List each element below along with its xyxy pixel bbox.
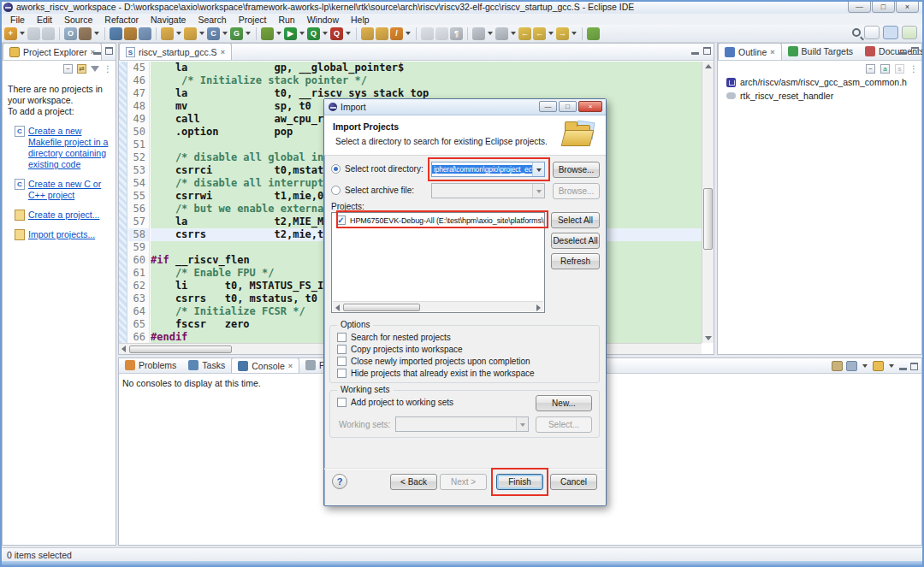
view-menu-icon[interactable]: ⋮	[909, 65, 918, 74]
collapse-all-icon[interactable]: −	[866, 64, 875, 74]
new-wizard-button-dropdown-icon[interactable]	[20, 32, 25, 35]
select-archive-file-radio[interactable]	[331, 186, 341, 195]
coverage-button-dropdown-icon[interactable]	[346, 32, 351, 35]
forward-button[interactable]: →	[556, 27, 569, 40]
tab-problems[interactable]: Problems	[119, 357, 182, 373]
debug-button[interactable]	[261, 27, 274, 40]
next-annotation-button[interactable]	[495, 27, 508, 40]
view-menu-icon[interactable]: ⋮	[104, 65, 112, 74]
close-icon[interactable]: ×	[770, 48, 774, 56]
next-annotation-button-dropdown-icon[interactable]	[511, 32, 516, 35]
new-cpp-class-button[interactable]	[184, 27, 197, 40]
project-checkbox[interactable]: ✓	[336, 216, 346, 225]
link-label[interactable]: Import projects...	[28, 229, 110, 240]
coverage-button[interactable]: Q	[330, 27, 343, 40]
tab-tasks[interactable]: Tasks	[182, 357, 231, 373]
tab-editor-file[interactable]: S riscv_startup_gcc.S ×	[119, 43, 232, 60]
new-c-project-button[interactable]: C	[207, 27, 220, 40]
sort-alpha-icon[interactable]: a	[880, 64, 890, 74]
dialog-maximize-button[interactable]: □	[559, 101, 577, 112]
import-projects-link[interactable]: Import projects...	[15, 229, 114, 240]
projects-list-hscrollbar[interactable]	[333, 301, 543, 311]
display-console-dropdown-icon[interactable]	[862, 364, 868, 368]
project-list-item[interactable]: ✓ HPM6750EVK-Debug-All (E:\test\hpm\axio…	[332, 213, 544, 225]
debug-button-dropdown-icon[interactable]	[276, 32, 281, 35]
option-checkbox-1[interactable]	[337, 345, 346, 354]
collapse-all-icon[interactable]: −	[63, 64, 73, 74]
option-checkbox-0[interactable]	[337, 333, 346, 342]
build-button-dropdown-icon[interactable]	[94, 32, 99, 35]
minimize-view-icon[interactable]	[691, 47, 699, 55]
menu-search[interactable]: Search	[192, 15, 231, 25]
refresh-button[interactable]: Refresh	[551, 253, 600, 269]
cpp-perspective-button[interactable]	[883, 26, 898, 39]
menu-source[interactable]: Source	[59, 15, 98, 25]
menu-refactor[interactable]: Refactor	[99, 15, 144, 25]
link-label[interactable]: Create a new Makefile project in a direc…	[28, 126, 110, 170]
build-button[interactable]	[79, 27, 92, 40]
outline-item-function[interactable]: rtk_riscv_reset_handler	[718, 89, 921, 103]
new-wizard-button[interactable]: +	[4, 27, 17, 40]
help-button[interactable]: ?	[332, 474, 347, 489]
new-cpp-class-button-dropdown-icon[interactable]	[199, 32, 204, 35]
open-element-button[interactable]	[361, 27, 374, 40]
console-view-button[interactable]	[110, 27, 122, 40]
cancel-button[interactable]: Cancel	[550, 474, 597, 490]
option-checkbox-2[interactable]	[337, 357, 346, 366]
maximize-view-icon[interactable]	[105, 47, 113, 55]
pin-editor-button[interactable]	[587, 27, 600, 40]
link-label[interactable]: Create a project...	[28, 210, 110, 221]
window-close-button[interactable]: ×	[896, 1, 919, 13]
minimize-view-icon[interactable]	[899, 363, 907, 370]
search-button-dropdown-icon[interactable]	[406, 32, 411, 35]
back-button[interactable]: < Back	[390, 474, 437, 490]
create-makefile-project-link[interactable]: CCreate a new Makefile project in a dire…	[15, 126, 114, 170]
menu-help[interactable]: Help	[346, 15, 375, 25]
tab-outline[interactable]: Outline×	[718, 43, 782, 60]
open-console-icon[interactable]	[832, 361, 843, 371]
option-checkbox-3[interactable]	[337, 369, 346, 378]
maximize-view-icon[interactable]	[910, 363, 918, 370]
add-working-sets-checkbox[interactable]	[337, 398, 346, 407]
menu-run[interactable]: Run	[273, 15, 299, 25]
run-button[interactable]: ▶	[284, 27, 297, 40]
close-icon[interactable]: ×	[288, 362, 293, 370]
forward-button-dropdown-icon[interactable]	[572, 32, 577, 35]
chevron-down-icon[interactable]	[532, 162, 544, 176]
profile-button-dropdown-icon[interactable]	[323, 32, 328, 35]
finish-button[interactable]: Finish	[496, 474, 543, 490]
annotation-nav-button-dropdown-icon[interactable]	[488, 32, 493, 35]
create-project-link[interactable]: Create a project...	[15, 210, 114, 221]
menu-file[interactable]: File	[5, 15, 30, 25]
new-console-icon[interactable]	[873, 361, 884, 371]
hide-static-icon[interactable]: s	[895, 64, 904, 74]
dialog-close-button[interactable]: ×	[578, 101, 602, 112]
annotation-nav-button[interactable]	[472, 27, 485, 40]
tab-build-targets[interactable]: Build Targets	[782, 43, 860, 60]
make-target-button[interactable]: G	[230, 27, 243, 40]
open-resource-button[interactable]	[376, 27, 388, 40]
root-directory-combo[interactable]: ipheral\common\gpio\project_eclipse	[431, 162, 545, 177]
display-console-icon[interactable]	[846, 361, 857, 371]
new-c-source-button[interactable]	[161, 27, 174, 40]
maximize-view-icon[interactable]	[911, 47, 919, 55]
minimize-view-icon[interactable]	[93, 47, 101, 55]
make-target-button-dropdown-icon[interactable]	[246, 32, 251, 35]
search-view-button[interactable]	[139, 27, 151, 40]
select-root-directory-radio[interactable]	[331, 164, 341, 174]
link-with-editor-icon[interactable]: ⇄	[77, 64, 86, 74]
show-whitespace-button[interactable]: ¶	[450, 27, 463, 40]
tab-console[interactable]: Console×	[231, 357, 299, 373]
tab-project-explorer[interactable]: Project Explorer ×	[3, 43, 102, 60]
link-label[interactable]: Create a new C or C++ project	[28, 179, 110, 201]
menu-edit[interactable]: Edit	[32, 15, 57, 25]
create-c-cpp-project-link[interactable]: CCreate a new C or C++ project	[15, 179, 114, 201]
maximize-view-icon[interactable]	[703, 47, 711, 55]
minimize-view-icon[interactable]	[899, 47, 907, 55]
run-button-dropdown-icon[interactable]	[299, 32, 305, 35]
menu-navigate[interactable]: Navigate	[145, 15, 191, 25]
last-edit-button[interactable]: ←	[518, 27, 531, 40]
select-all-button[interactable]: Select All	[551, 212, 600, 228]
close-icon[interactable]: ×	[221, 48, 225, 56]
new-c-project-button-dropdown-icon[interactable]	[222, 32, 228, 35]
